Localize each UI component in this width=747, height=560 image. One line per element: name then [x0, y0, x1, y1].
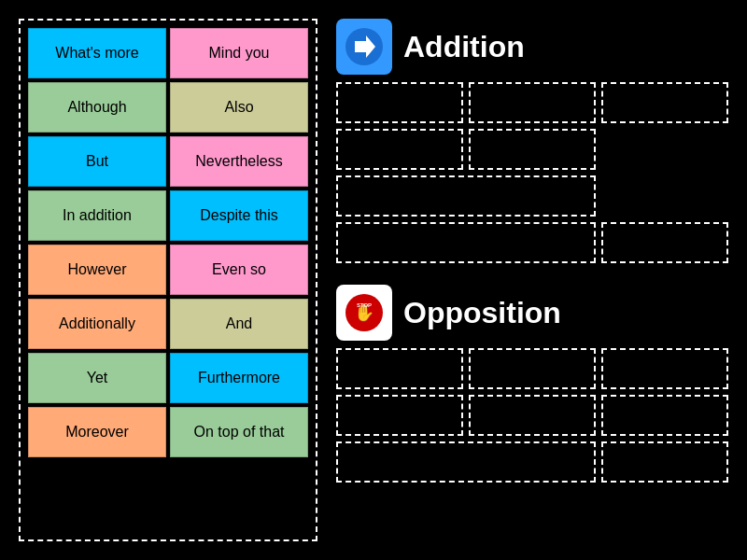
opposition-title: Opposition	[403, 296, 561, 330]
word-cell[interactable]: What's more	[28, 28, 166, 78]
opposition-drop-grid	[336, 348, 728, 483]
drop-cell[interactable]	[336, 175, 596, 217]
opposition-header: ✋ STOP Opposition	[336, 285, 728, 341]
word-cell[interactable]: Yet	[28, 353, 166, 403]
stop-icon: ✋ STOP	[344, 292, 385, 333]
word-cell[interactable]: Although	[28, 82, 166, 133]
svg-text:STOP: STOP	[357, 302, 372, 308]
word-cell[interactable]: Also	[170, 82, 308, 133]
drop-cell[interactable]	[336, 395, 463, 436]
opposition-section: ✋ STOP Opposition	[336, 285, 728, 541]
addition-drop-grid	[336, 82, 728, 263]
word-cell[interactable]: On top of that	[170, 407, 308, 457]
word-cell[interactable]: Even so	[170, 245, 308, 295]
drop-cell[interactable]	[469, 129, 596, 170]
word-cell[interactable]: However	[28, 245, 166, 295]
drop-cell[interactable]	[336, 82, 463, 123]
drop-cell[interactable]	[336, 348, 463, 389]
word-cell[interactable]: Mind you	[170, 28, 308, 78]
drop-cell[interactable]	[336, 441, 596, 483]
addition-title: Addition	[403, 30, 525, 64]
drop-cell[interactable]	[469, 82, 596, 123]
word-cell[interactable]: In addition	[28, 190, 166, 241]
word-cell[interactable]: Moreover	[28, 407, 166, 457]
drop-cell[interactable]	[601, 441, 728, 483]
opposition-icon-container: ✋ STOP	[336, 285, 392, 341]
word-cell[interactable]: Nevertheless	[170, 136, 308, 187]
addition-section: Addition	[336, 19, 728, 275]
word-cell[interactable]: Furthermore	[170, 353, 308, 403]
addition-header: Addition	[336, 19, 728, 75]
drop-cell[interactable]	[336, 129, 463, 170]
word-cell[interactable]: Despite this	[170, 190, 308, 241]
drop-cell[interactable]	[336, 222, 596, 263]
drop-cell[interactable]	[601, 82, 728, 123]
addition-icon-container	[336, 19, 392, 75]
arrow-right-icon	[344, 26, 385, 67]
word-cell[interactable]: Additionally	[28, 299, 166, 349]
right-panel: Addition ✋ STOP	[336, 19, 728, 541]
drop-cell[interactable]	[601, 395, 728, 436]
word-cell[interactable]: But	[28, 136, 166, 187]
drop-cell[interactable]	[601, 222, 728, 263]
main-container: What's moreMind youAlthoughAlsoButNevert…	[0, 0, 747, 560]
word-cell[interactable]: And	[170, 299, 308, 349]
drop-cell[interactable]	[469, 395, 596, 436]
drop-cell[interactable]	[601, 348, 728, 389]
drop-cell[interactable]	[469, 348, 596, 389]
word-grid-panel: What's moreMind youAlthoughAlsoButNevert…	[19, 19, 317, 541]
